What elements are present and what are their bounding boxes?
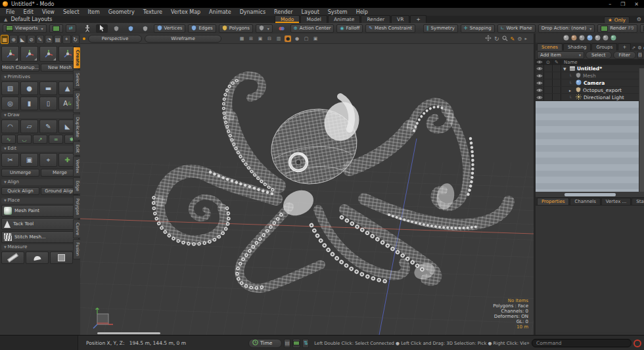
torus-primitive-button[interactable]: ◎ [1, 97, 19, 110]
default-layouts-label[interactable]: Default Layouts [11, 16, 52, 22]
place-section-header[interactable]: Place [1, 198, 79, 204]
cut-tool-button[interactable]: ✂ [1, 153, 19, 167]
record-macro-icon[interactable] [633, 339, 641, 347]
menu-item[interactable]: Geometry [108, 9, 135, 15]
properties-tab[interactable]: Vertex ... [601, 198, 631, 205]
minimize-button[interactable]: – [609, 1, 611, 7]
stitch-mesh-tool[interactable]: Stitch Mesh... [1, 231, 79, 243]
edges-mode-button[interactable]: Edges [188, 24, 216, 33]
quick-align-button[interactable]: Quick Align [1, 187, 39, 195]
arc-tool-button[interactable]: ◡ [17, 135, 32, 144]
menu-item[interactable]: System [328, 9, 348, 15]
sphere-primitive-button[interactable]: ● [20, 81, 38, 95]
eye-icon[interactable] [536, 79, 544, 86]
split-view-icon[interactable]: ⊟ [266, 35, 273, 42]
scene-panel-tab[interactable]: Groups [591, 43, 617, 51]
eye-icon[interactable] [536, 94, 544, 100]
close-button[interactable]: ✕ [634, 1, 639, 7]
time-button[interactable]: Time [248, 339, 282, 348]
layout-switch-button[interactable] [49, 24, 63, 33]
solo-view-icon[interactable]: ▣ [257, 35, 264, 42]
mesh-item-icon[interactable] [571, 35, 577, 42]
bezier-tool-button[interactable]: ↗ [33, 135, 47, 144]
maximize-button[interactable]: ❐ [620, 1, 625, 7]
menu-item[interactable]: Animate [209, 9, 231, 15]
symmetry-button[interactable]: ∥ Symmetry [423, 24, 458, 33]
menu-item[interactable]: Select [63, 9, 80, 15]
mesh-paint-tool[interactable]: Mesh Paint [1, 205, 79, 217]
item-list-empty-area[interactable] [536, 101, 644, 192]
swap-views-button[interactable]: ⇄ [66, 24, 76, 33]
axis-tool-button-1[interactable] [1, 46, 19, 62]
scene-root-row[interactable]: ▼Untitled* [536, 65, 644, 72]
lock-column-icon[interactable]: ✎ [553, 59, 561, 65]
action-center-button[interactable]: ⊕ Action Center [290, 24, 334, 33]
bspline-tool-button[interactable]: ∞ [49, 135, 63, 144]
axis-tool-button-2[interactable] [20, 46, 38, 62]
viewport-more-icon[interactable]: ▸ [524, 36, 527, 41]
environment-item-icon[interactable] [610, 35, 616, 42]
eye-icon[interactable] [536, 65, 544, 72]
zoom-icon[interactable] [502, 35, 508, 43]
expand-panel-icon[interactable]: ⇗ [632, 45, 635, 51]
eye-icon[interactable] [536, 87, 544, 93]
items-mode-icon[interactable] [81, 24, 93, 33]
menu-item[interactable]: Item [88, 9, 100, 15]
angle-tool-button[interactable] [26, 252, 49, 264]
capsule-primitive-button[interactable]: ▬ [39, 81, 57, 95]
polygons-mode-button[interactable]: Polygons [219, 24, 253, 33]
list-vertical-scrollbar[interactable] [639, 68, 644, 192]
tack-tool[interactable]: Tack Tool [1, 218, 79, 230]
viewport-scrollbar[interactable] [97, 332, 160, 334]
light-item-icon[interactable] [595, 35, 601, 42]
visibility-column-icon[interactable] [536, 59, 544, 65]
edit-section-header[interactable]: Edit [1, 146, 79, 152]
add-item-dropdown[interactable]: Add Item▾ [537, 51, 584, 59]
octopus-wireframe-model[interactable] [154, 76, 509, 288]
measure-section-header[interactable]: Measure [1, 244, 79, 250]
menu-item[interactable]: Help [356, 9, 368, 15]
scene-panel-tab[interactable]: Scenes [537, 43, 563, 51]
auto-select-cursor-icon[interactable] [96, 24, 108, 33]
pen-draw-button[interactable]: ✎ [39, 120, 57, 133]
render-button[interactable]: Render F9 [597, 24, 637, 33]
3d-viewport[interactable]: Perspective Wireframe ▦ ⊞ ▣ ⊟ ▥ ● ● ▢ ▣ … [80, 33, 534, 335]
select-mode-icon-2[interactable] [125, 24, 137, 33]
stamp-tool-icon[interactable]: ▤ [54, 35, 62, 44]
eye-icon[interactable] [536, 72, 544, 79]
cylinder-primitive-button[interactable]: ▮ [20, 97, 38, 110]
menu-item[interactable]: View [42, 9, 55, 15]
refresh-icon[interactable]: ↻ [72, 35, 80, 44]
viewport-gear-icon[interactable]: ⚙ [517, 36, 522, 42]
pin-icon[interactable]: ▲ [4, 17, 7, 22]
menu-item[interactable]: Layout [302, 9, 319, 15]
work-plane-button[interactable]: ∟ Work Plane [497, 24, 536, 33]
item-mode-dropdown[interactable]: ▾ [256, 24, 273, 33]
falloff-button[interactable]: ◉ Falloff [336, 24, 363, 33]
texture-item-icon[interactable] [603, 35, 609, 42]
tube-primitive-button[interactable]: ▯ [39, 97, 57, 110]
properties-tab[interactable]: Properties [537, 198, 569, 205]
layout-tab[interactable]: Modo [275, 15, 300, 23]
edit-camera-icon[interactable]: ✎ [511, 36, 515, 42]
select-mode-icon-1[interactable] [110, 24, 122, 33]
rectangle-edit-button[interactable]: ▣ [20, 153, 38, 167]
layout-tab[interactable]: VR [391, 15, 409, 23]
snapping-button[interactable]: ✛ Snapping [461, 24, 495, 33]
ghost-mode-icon[interactable]: ● [285, 35, 291, 42]
properties-tab[interactable]: Channels [570, 198, 600, 205]
collapse-all-icon[interactable]: ⊟ [637, 51, 643, 59]
layout-tab[interactable]: + [410, 15, 426, 23]
properties-tab[interactable]: Stats [632, 198, 644, 205]
time-tool-icon[interactable]: ◔ [45, 35, 53, 44]
select-mode-icon-3[interactable] [139, 24, 151, 33]
pen-tool-icon[interactable]: ✎ [36, 35, 44, 44]
filter-dropdown[interactable]: Filter [613, 51, 636, 59]
ruler-tool-button[interactable] [1, 252, 24, 264]
dimension-tool-button[interactable] [50, 252, 73, 264]
menu-item[interactable]: Dynamics [240, 9, 265, 15]
overlay-view-icon[interactable]: ▥ [275, 35, 282, 42]
drop-action-dropdown[interactable]: Drop Action: (none)▾ [538, 24, 595, 33]
menu-item[interactable]: Edit [23, 9, 34, 15]
matcap-icon[interactable]: ▣ [312, 35, 319, 42]
